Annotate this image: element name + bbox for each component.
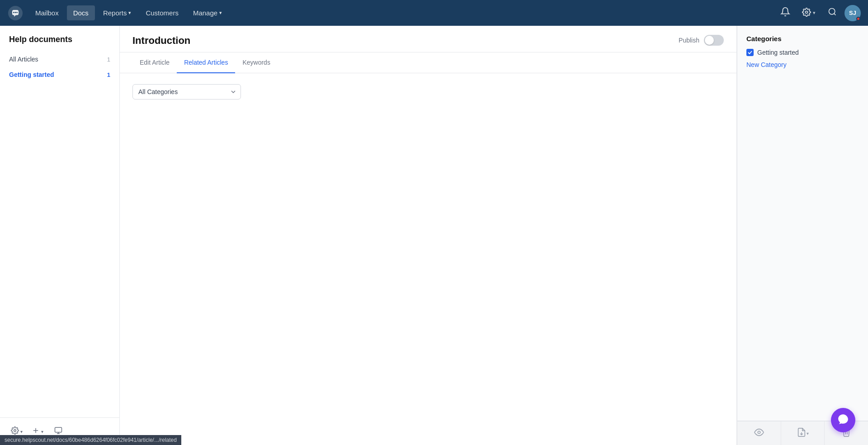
right-panel-top: Categories Getting started New Category [737, 26, 868, 421]
category-item-getting-started: Getting started [746, 49, 859, 56]
article-title: Introduction [132, 35, 190, 52]
nav-customers[interactable]: Customers [139, 5, 185, 20]
file-export-icon [797, 427, 807, 440]
sidebar-item-getting-started[interactable]: Getting started 1 [0, 67, 119, 82]
sidebar-item-count: 1 [107, 56, 110, 63]
nav-reports[interactable]: Reports ▾ [97, 5, 138, 20]
publish-label: Publish [679, 37, 699, 44]
tab-edit-article[interactable]: Edit Article [132, 52, 177, 73]
content-area: Introduction Publish Edit Article Relate… [120, 26, 737, 445]
sidebar-item-label: Getting started [9, 71, 54, 78]
main-layout: Help documents All Articles 1 Getting st… [0, 26, 868, 445]
svg-point-13 [758, 431, 760, 434]
sidebar-list: All Articles 1 Getting started 1 [0, 52, 119, 417]
content-body: All Categories Getting started [120, 73, 736, 445]
settings-button[interactable]: ▾ [797, 5, 820, 21]
tab-related-articles[interactable]: Related Articles [177, 52, 235, 73]
left-sidebar: Help documents All Articles 1 Getting st… [0, 26, 120, 445]
sidebar-item-label: All Articles [9, 56, 38, 63]
svg-rect-10 [55, 427, 62, 432]
eye-icon [754, 427, 764, 440]
article-tabs: Edit Article Related Articles Keywords [120, 52, 736, 73]
status-url: secure.helpscout.net/docs/60be486d6264f0… [5, 437, 177, 443]
chevron-down-icon: ▾ [128, 10, 131, 16]
top-navigation: Mailbox Docs Reports ▾ Customers Manage … [0, 0, 868, 26]
export-action-button[interactable]: ▾ [781, 421, 825, 445]
category-filter-select[interactable]: All Categories Getting started [132, 84, 241, 99]
chevron-down-icon: ▾ [807, 431, 809, 436]
user-avatar[interactable]: SJ [844, 5, 861, 21]
chevron-down-icon: ▾ [20, 429, 23, 434]
new-category-link[interactable]: New Category [746, 61, 787, 68]
categories-title: Categories [746, 35, 859, 43]
svg-point-4 [806, 11, 808, 13]
svg-line-6 [834, 14, 836, 15]
content-header: Introduction Publish [120, 26, 736, 52]
right-panel: Categories Getting started New Category [737, 26, 868, 445]
notification-button[interactable] [777, 5, 794, 22]
avatar-initials: SJ [849, 9, 856, 16]
tab-keywords[interactable]: Keywords [235, 52, 277, 73]
chevron-down-icon: ▾ [41, 429, 43, 434]
gear-icon [802, 8, 811, 19]
sidebar-item-all-articles[interactable]: All Articles 1 [0, 52, 119, 67]
search-icon [828, 7, 837, 19]
notification-dot [856, 17, 860, 21]
svg-point-3 [16, 12, 18, 13]
svg-point-2 [15, 12, 16, 13]
chat-button[interactable] [831, 408, 855, 432]
svg-point-7 [14, 430, 16, 432]
category-checkbox[interactable] [746, 49, 754, 56]
preview-action-button[interactable] [737, 421, 781, 445]
search-button[interactable] [824, 5, 841, 22]
bell-icon [780, 7, 790, 19]
nav-docs[interactable]: Docs [67, 5, 95, 20]
app-logo[interactable] [7, 5, 24, 21]
category-label: Getting started [757, 49, 799, 56]
nav-mailbox[interactable]: Mailbox [29, 5, 65, 20]
nav-manage[interactable]: Manage ▾ [187, 5, 228, 20]
publish-control: Publish [679, 35, 724, 51]
sidebar-item-count: 1 [107, 71, 110, 78]
svg-point-5 [829, 9, 835, 14]
nav-right-actions: ▾ SJ [777, 5, 861, 22]
svg-point-1 [13, 12, 14, 13]
sidebar-title: Help documents [0, 26, 119, 52]
chevron-down-icon: ▾ [219, 10, 222, 16]
publish-toggle[interactable] [704, 35, 724, 46]
check-icon [747, 50, 753, 55]
chat-icon [837, 413, 849, 427]
status-bar: secure.helpscout.net/docs/60be486d6264f0… [0, 435, 181, 445]
chevron-down-icon: ▾ [813, 10, 816, 16]
